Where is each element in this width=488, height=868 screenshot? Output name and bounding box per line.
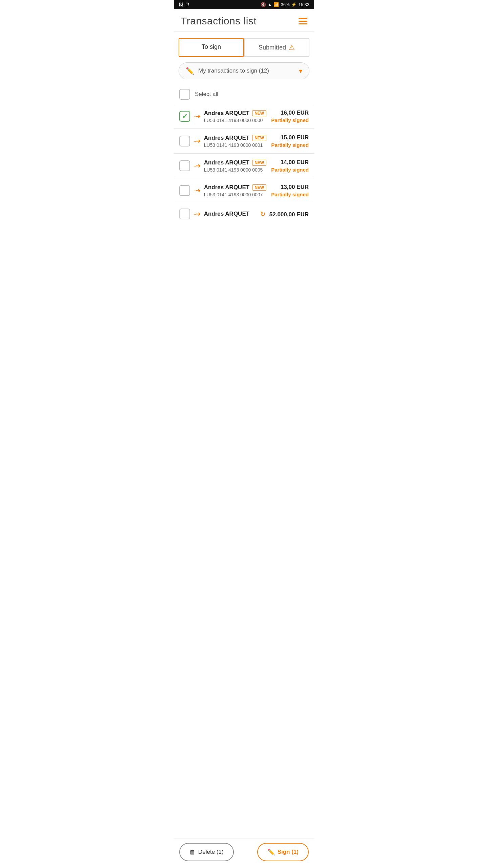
transaction-info-4: Andres ARQUET NEW LU53 0141 4193 0000 00… bbox=[204, 184, 271, 197]
warning-icon: ⚠ bbox=[289, 43, 295, 52]
sign-edit-icon: ✏️ bbox=[267, 848, 275, 856]
transfer-arrow-icon: ···➔ bbox=[194, 210, 201, 218]
table-row[interactable]: ···➔ Andres ARQUET NEW LU53 0141 4193 00… bbox=[174, 154, 314, 178]
transfer-arrow-icon: ···➔ bbox=[194, 187, 201, 194]
transaction-amount-4: 13,00 EUR bbox=[271, 184, 309, 191]
transaction-body-4: ···➔ Andres ARQUET NEW LU53 0141 4193 00… bbox=[194, 184, 271, 197]
status-bar: 🖼 ⏱ 🔇 ▲ 📶 36% ⚡ 15:33 bbox=[174, 0, 314, 9]
table-row[interactable]: ···➔ Andres ARQUET ↻ 52.000,00 EUR bbox=[174, 203, 314, 225]
transaction-checkbox-2[interactable] bbox=[179, 136, 190, 146]
transaction-checkbox-4[interactable] bbox=[179, 185, 190, 196]
checkbox-2[interactable] bbox=[179, 136, 190, 146]
transaction-checkbox-1[interactable] bbox=[179, 111, 190, 122]
transaction-account-1: LU53 0141 4193 0000 0000 bbox=[204, 118, 271, 123]
transaction-account-4: LU53 0141 4193 0000 0007 bbox=[204, 192, 271, 197]
clock: 15:33 bbox=[298, 2, 309, 7]
bottom-bar: 🗑 Delete (1) ✏️ Sign (1) bbox=[174, 839, 314, 868]
checkbox-1[interactable] bbox=[179, 111, 190, 122]
transaction-name-2: Andres ARQUET bbox=[204, 135, 249, 141]
transaction-amount-3: 14,00 EUR bbox=[271, 159, 309, 166]
transaction-checkbox-3[interactable] bbox=[179, 160, 190, 171]
filter-container: ✏️ My transactions to sign (12) ▾ bbox=[179, 62, 309, 79]
transaction-list: ···➔ Andres ARQUET NEW LU53 0141 4193 00… bbox=[174, 104, 314, 255]
transfer-arrow-icon: ···➔ bbox=[194, 113, 201, 120]
transaction-status-1: Partially signed bbox=[271, 117, 309, 123]
transaction-name-4: Andres ARQUET bbox=[204, 184, 249, 191]
transaction-amount-col-4: 13,00 EUR Partially signed bbox=[271, 184, 309, 197]
transaction-body-3: ···➔ Andres ARQUET NEW LU53 0141 4193 00… bbox=[194, 159, 271, 173]
delete-label: Delete (1) bbox=[198, 849, 224, 855]
checkbox-3[interactable] bbox=[179, 160, 190, 171]
transaction-account-2: LU53 0141 4193 0000 0001 bbox=[204, 142, 271, 148]
tab-to-sign[interactable]: To sign bbox=[179, 38, 244, 57]
new-badge-4: NEW bbox=[252, 184, 266, 191]
tab-bar: To sign Submitted ⚠ bbox=[179, 38, 309, 57]
transaction-info-3: Andres ARQUET NEW LU53 0141 4193 0000 00… bbox=[204, 159, 271, 173]
sign-label: Sign (1) bbox=[278, 849, 299, 855]
new-badge-2: NEW bbox=[252, 135, 266, 141]
mute-icon: 🔇 bbox=[261, 2, 266, 7]
status-right: 🔇 ▲ 📶 36% ⚡ 15:33 bbox=[261, 2, 309, 7]
chevron-down-icon: ▾ bbox=[299, 67, 302, 75]
transaction-amount-1: 16,00 EUR bbox=[271, 110, 309, 116]
transaction-status-2: Partially signed bbox=[271, 142, 309, 148]
photo-icon: 🖼 bbox=[179, 2, 183, 7]
signal-icon: 📶 bbox=[273, 2, 279, 7]
trash-icon: 🗑 bbox=[189, 849, 196, 856]
page-title: Transactions list bbox=[181, 15, 257, 27]
transaction-info-2: Andres ARQUET NEW LU53 0141 4193 0000 00… bbox=[204, 135, 271, 148]
transaction-account-3: LU53 0141 4193 0000 0005 bbox=[204, 167, 271, 173]
transaction-status-3: Partially signed bbox=[271, 167, 309, 173]
timer-icon: ⏱ bbox=[185, 2, 189, 7]
transaction-name-3: Andres ARQUET bbox=[204, 159, 249, 166]
status-icons: 🖼 ⏱ bbox=[179, 2, 189, 7]
transaction-amount-2: 15,00 EUR bbox=[271, 134, 309, 141]
transaction-body-2: ···➔ Andres ARQUET NEW LU53 0141 4193 00… bbox=[194, 135, 271, 148]
filter-label: My transactions to sign (12) bbox=[198, 67, 299, 74]
transfer-arrow-icon: ···➔ bbox=[194, 162, 201, 170]
table-row[interactable]: ···➔ Andres ARQUET NEW LU53 0141 4193 00… bbox=[174, 129, 314, 154]
transaction-name-5: Andres ARQUET bbox=[204, 211, 249, 217]
menu-button[interactable] bbox=[299, 18, 307, 24]
transaction-amount-col-2: 15,00 EUR Partially signed bbox=[271, 134, 309, 148]
filter-dropdown[interactable]: ✏️ My transactions to sign (12) ▾ bbox=[179, 62, 309, 79]
transaction-amount-col-3: 14,00 EUR Partially signed bbox=[271, 159, 309, 173]
edit-filter-icon: ✏️ bbox=[186, 67, 194, 75]
checkbox-5[interactable] bbox=[179, 209, 190, 219]
select-all-row[interactable]: Select all bbox=[174, 85, 314, 104]
transaction-status-4: Partially signed bbox=[271, 192, 309, 197]
select-all-label: Select all bbox=[195, 91, 218, 98]
transaction-info-1: Andres ARQUET NEW LU53 0141 4193 0000 00… bbox=[204, 110, 271, 123]
select-all-checkbox[interactable] bbox=[179, 89, 190, 100]
battery-level: 36% bbox=[281, 2, 289, 7]
transfer-arrow-icon: ···➔ bbox=[194, 137, 201, 145]
new-badge-1: NEW bbox=[252, 110, 266, 116]
table-row[interactable]: ···➔ Andres ARQUET NEW LU53 0141 4193 00… bbox=[174, 104, 314, 129]
checkbox-4[interactable] bbox=[179, 185, 190, 196]
transaction-name-1: Andres ARQUET bbox=[204, 110, 249, 117]
transaction-body-1: ···➔ Andres ARQUET NEW LU53 0141 4193 00… bbox=[194, 110, 271, 123]
header: Transactions list bbox=[174, 9, 314, 32]
new-badge-3: NEW bbox=[252, 160, 266, 166]
delete-button[interactable]: 🗑 Delete (1) bbox=[179, 843, 234, 861]
table-row[interactable]: ···➔ Andres ARQUET NEW LU53 0141 4193 00… bbox=[174, 178, 314, 203]
recurring-icon: ↻ bbox=[260, 210, 266, 218]
partial-amount: 52.000,00 EUR bbox=[269, 211, 309, 218]
charging-icon: ⚡ bbox=[291, 2, 297, 7]
wifi-icon: ▲ bbox=[268, 2, 272, 7]
transaction-amount-col-1: 16,00 EUR Partially signed bbox=[271, 110, 309, 123]
tab-submitted[interactable]: Submitted ⚠ bbox=[244, 38, 309, 57]
sign-button[interactable]: ✏️ Sign (1) bbox=[257, 843, 309, 861]
